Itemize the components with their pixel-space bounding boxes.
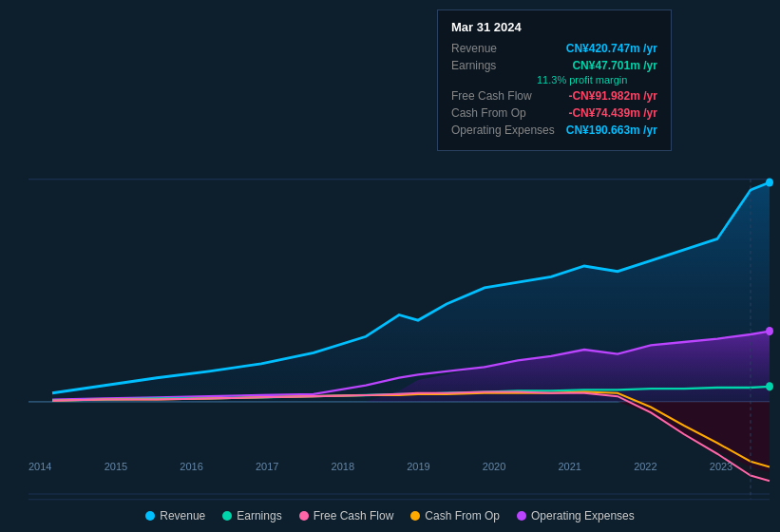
tooltip-fcf-value: -CN¥91.982m /yr (568, 89, 656, 103)
legend-cashfromop-dot (410, 511, 420, 521)
legend-fcf[interactable]: Free Cash Flow (299, 509, 394, 522)
legend-opex-label: Operating Expenses (531, 509, 635, 522)
svg-point-6 (766, 382, 773, 390)
x-label-2018: 2018 (332, 461, 354, 480)
legend-fcf-label: Free Cash Flow (314, 509, 394, 522)
tooltip-revenue-label: Revenue (451, 42, 497, 55)
tooltip-cashfromop-label: Cash From Op (451, 106, 526, 120)
tooltip-fcf-row: Free Cash Flow -CN¥91.982m /yr (451, 89, 657, 103)
tooltip-earnings-label: Earnings (451, 59, 496, 72)
legend-cashfromop-label: Cash From Op (425, 509, 500, 522)
tooltip-revenue-row: Revenue CN¥420.747m /yr (451, 42, 657, 55)
tooltip-fcf-label: Free Cash Flow (451, 89, 532, 103)
tooltip-date: Mar 31 2024 (451, 20, 657, 34)
tooltip-opex-row: Operating Expenses CN¥190.663m /yr (451, 124, 657, 137)
svg-point-5 (766, 327, 773, 335)
tooltip-revenue-value: CN¥420.747m /yr (566, 42, 657, 55)
chart-container: Mar 31 2024 Revenue CN¥420.747m /yr Earn… (0, 0, 780, 532)
x-axis-area: 2014 2015 2016 2017 2018 2019 2020 2021 … (29, 461, 780, 480)
x-label-2019: 2019 (407, 461, 429, 480)
x-label-2015: 2015 (105, 461, 127, 480)
legend-opex-dot (517, 511, 526, 521)
x-label-2020: 2020 (483, 461, 505, 480)
tooltip-cashfromop-value: -CN¥74.439m /yr (568, 106, 656, 120)
legend-revenue[interactable]: Revenue (145, 509, 205, 522)
tooltip-opex-label: Operating Expenses (451, 124, 555, 137)
tooltip-opex-value: CN¥190.663m /yr (566, 124, 657, 137)
x-label-2021: 2021 (558, 461, 580, 480)
tooltip-box: Mar 31 2024 Revenue CN¥420.747m /yr Earn… (437, 10, 672, 151)
x-label-2014: 2014 (29, 461, 51, 480)
x-label-2016: 2016 (180, 461, 202, 480)
legend-earnings[interactable]: Earnings (222, 509, 281, 522)
legend-cashfromop[interactable]: Cash From Op (410, 509, 500, 522)
tooltip-profit-margin: 11.3% profit margin (537, 74, 657, 86)
chart-legend: Revenue Earnings Free Cash Flow Cash Fro… (0, 509, 780, 522)
tooltip-cashfromop-row: Cash From Op -CN¥74.439m /yr (451, 106, 657, 120)
tooltip-earnings-row: Earnings CN¥47.701m /yr (451, 59, 657, 72)
legend-revenue-label: Revenue (160, 509, 205, 522)
x-label-2022: 2022 (634, 461, 656, 480)
legend-opex[interactable]: Operating Expenses (517, 509, 635, 522)
svg-point-4 (766, 178, 773, 186)
legend-earnings-label: Earnings (237, 509, 281, 522)
tooltip-earnings-value: CN¥47.701m /yr (572, 59, 656, 72)
legend-earnings-dot (222, 511, 232, 521)
legend-revenue-dot (145, 511, 155, 521)
x-label-2023: 2023 (710, 461, 732, 480)
x-label-2017: 2017 (256, 461, 278, 480)
legend-fcf-dot (299, 511, 309, 521)
